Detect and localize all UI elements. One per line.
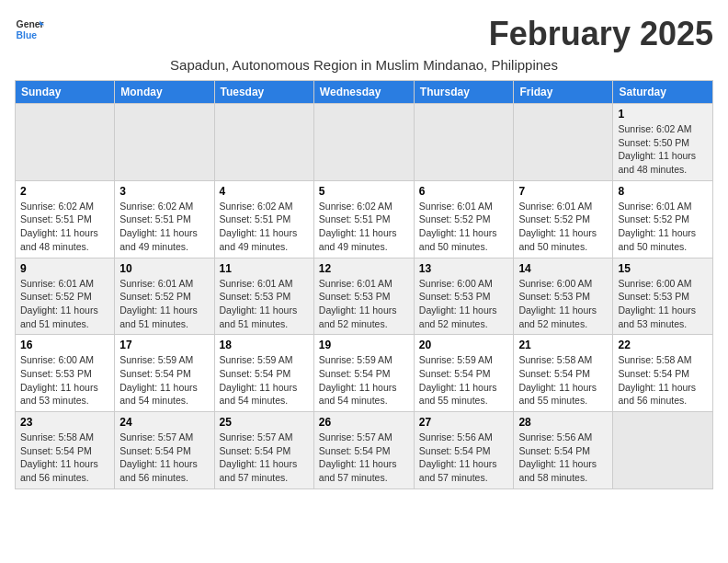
calendar-cell (514, 104, 613, 181)
day-info: Sunrise: 6:01 AM Sunset: 5:52 PM Dayligh… (119, 277, 209, 331)
calendar-cell: 17Sunrise: 5:59 AM Sunset: 5:54 PM Dayli… (115, 335, 214, 412)
calendar-cell (214, 104, 313, 181)
calendar-cell: 5Sunrise: 6:02 AM Sunset: 5:51 PM Daylig… (313, 180, 414, 258)
day-number: 2 (20, 185, 109, 198)
calendar-week-4: 23Sunrise: 5:58 AM Sunset: 5:54 PM Dayli… (16, 412, 713, 489)
day-info: Sunrise: 6:00 AM Sunset: 5:53 PM Dayligh… (618, 277, 708, 331)
calendar-cell: 15Sunrise: 6:00 AM Sunset: 5:53 PM Dayli… (613, 258, 713, 335)
day-info: Sunrise: 5:56 AM Sunset: 5:54 PM Dayligh… (419, 431, 509, 485)
day-number: 25 (220, 416, 309, 429)
day-info: Sunrise: 5:56 AM Sunset: 5:54 PM Dayligh… (518, 431, 608, 485)
day-number: 27 (419, 416, 509, 429)
logo-icon: General Blue (15, 15, 44, 44)
day-number: 14 (518, 262, 608, 275)
calendar-cell: 12Sunrise: 6:01 AM Sunset: 5:53 PM Dayli… (313, 258, 414, 335)
calendar-cell: 16Sunrise: 6:00 AM Sunset: 5:53 PM Dayli… (16, 335, 115, 412)
calendar-cell: 8Sunrise: 6:01 AM Sunset: 5:52 PM Daylig… (613, 180, 713, 258)
weekday-header-friday: Friday (514, 81, 613, 104)
weekday-header-saturday: Saturday (613, 81, 713, 104)
day-info: Sunrise: 5:57 AM Sunset: 5:54 PM Dayligh… (220, 431, 309, 485)
day-info: Sunrise: 6:00 AM Sunset: 5:53 PM Dayligh… (20, 353, 109, 408)
calendar-cell: 19Sunrise: 5:59 AM Sunset: 5:54 PM Dayli… (313, 335, 414, 412)
day-info: Sunrise: 6:00 AM Sunset: 5:53 PM Dayligh… (419, 277, 509, 331)
day-number: 10 (119, 262, 209, 275)
day-number: 9 (20, 262, 109, 275)
weekday-header-tuesday: Tuesday (214, 81, 313, 104)
day-number: 18 (220, 339, 309, 351)
calendar-cell: 20Sunrise: 5:59 AM Sunset: 5:54 PM Dayli… (414, 335, 514, 412)
calendar-cell: 23Sunrise: 5:58 AM Sunset: 5:54 PM Dayli… (16, 412, 115, 489)
calendar-cell (16, 104, 115, 181)
calendar-cell: 24Sunrise: 5:57 AM Sunset: 5:54 PM Dayli… (115, 412, 214, 489)
calendar-cell: 22Sunrise: 5:58 AM Sunset: 5:54 PM Dayli… (613, 335, 713, 412)
calendar-cell: 4Sunrise: 6:02 AM Sunset: 5:51 PM Daylig… (214, 180, 313, 258)
calendar-cell: 11Sunrise: 6:01 AM Sunset: 5:53 PM Dayli… (214, 258, 313, 335)
calendar-cell: 13Sunrise: 6:00 AM Sunset: 5:53 PM Dayli… (414, 258, 514, 335)
weekday-header-thursday: Thursday (414, 81, 514, 104)
day-number: 16 (20, 339, 109, 351)
day-number: 7 (518, 185, 608, 198)
day-number: 1 (618, 108, 708, 121)
day-info: Sunrise: 6:00 AM Sunset: 5:53 PM Dayligh… (518, 277, 608, 331)
calendar-cell: 21Sunrise: 5:58 AM Sunset: 5:54 PM Dayli… (514, 335, 613, 412)
day-info: Sunrise: 6:01 AM Sunset: 5:53 PM Dayligh… (319, 277, 409, 331)
svg-text:Blue: Blue (17, 30, 38, 40)
day-info: Sunrise: 6:01 AM Sunset: 5:52 PM Dayligh… (618, 200, 708, 254)
day-info: Sunrise: 5:59 AM Sunset: 5:54 PM Dayligh… (319, 353, 409, 408)
day-info: Sunrise: 6:02 AM Sunset: 5:50 PM Dayligh… (618, 122, 708, 177)
day-info: Sunrise: 5:57 AM Sunset: 5:54 PM Dayligh… (319, 431, 409, 485)
day-info: Sunrise: 6:02 AM Sunset: 5:51 PM Dayligh… (319, 200, 409, 254)
calendar-cell: 18Sunrise: 5:59 AM Sunset: 5:54 PM Dayli… (214, 335, 313, 412)
day-info: Sunrise: 5:59 AM Sunset: 5:54 PM Dayligh… (220, 353, 309, 408)
weekday-header-wednesday: Wednesday (313, 81, 414, 104)
calendar-cell: 14Sunrise: 6:00 AM Sunset: 5:53 PM Dayli… (514, 258, 613, 335)
day-number: 11 (220, 262, 309, 275)
calendar: SundayMondayTuesdayWednesdayThursdayFrid… (15, 80, 713, 489)
calendar-cell: 10Sunrise: 6:01 AM Sunset: 5:52 PM Dayli… (115, 258, 214, 335)
calendar-cell: 25Sunrise: 5:57 AM Sunset: 5:54 PM Dayli… (214, 412, 313, 489)
calendar-header-row: SundayMondayTuesdayWednesdayThursdayFrid… (16, 81, 713, 104)
calendar-week-0: 1Sunrise: 6:02 AM Sunset: 5:50 PM Daylig… (16, 104, 713, 181)
day-number: 23 (20, 416, 109, 429)
calendar-cell: 3Sunrise: 6:02 AM Sunset: 5:51 PM Daylig… (115, 180, 214, 258)
day-number: 8 (618, 185, 708, 198)
day-number: 17 (119, 339, 209, 351)
day-number: 13 (419, 262, 509, 275)
day-number: 20 (419, 339, 509, 351)
calendar-cell: 7Sunrise: 6:01 AM Sunset: 5:52 PM Daylig… (514, 180, 613, 258)
day-info: Sunrise: 6:01 AM Sunset: 5:52 PM Dayligh… (518, 200, 608, 254)
logo: General Blue (15, 15, 44, 44)
day-number: 12 (319, 262, 409, 275)
day-number: 24 (119, 416, 209, 429)
header: General Blue February 2025 (15, 15, 713, 53)
calendar-cell: 6Sunrise: 6:01 AM Sunset: 5:52 PM Daylig… (414, 180, 514, 258)
calendar-week-3: 16Sunrise: 6:00 AM Sunset: 5:53 PM Dayli… (16, 335, 713, 412)
day-info: Sunrise: 6:02 AM Sunset: 5:51 PM Dayligh… (119, 200, 209, 254)
day-info: Sunrise: 5:58 AM Sunset: 5:54 PM Dayligh… (20, 431, 109, 485)
day-info: Sunrise: 5:59 AM Sunset: 5:54 PM Dayligh… (419, 353, 509, 408)
day-number: 22 (618, 339, 708, 351)
calendar-week-2: 9Sunrise: 6:01 AM Sunset: 5:52 PM Daylig… (16, 258, 713, 335)
subtitle: Sapadun, Autonomous Region in Muslim Min… (15, 57, 713, 73)
weekday-header-sunday: Sunday (16, 81, 115, 104)
calendar-cell (613, 412, 713, 489)
weekday-header-monday: Monday (115, 81, 214, 104)
day-number: 26 (319, 416, 409, 429)
calendar-cell (313, 104, 414, 181)
day-info: Sunrise: 5:58 AM Sunset: 5:54 PM Dayligh… (518, 353, 608, 408)
day-number: 3 (119, 185, 209, 198)
day-info: Sunrise: 5:57 AM Sunset: 5:54 PM Dayligh… (119, 431, 209, 485)
day-info: Sunrise: 6:01 AM Sunset: 5:52 PM Dayligh… (419, 200, 509, 254)
day-info: Sunrise: 6:01 AM Sunset: 5:52 PM Dayligh… (20, 277, 109, 331)
day-info: Sunrise: 6:01 AM Sunset: 5:53 PM Dayligh… (220, 277, 309, 331)
calendar-cell (414, 104, 514, 181)
day-number: 5 (319, 185, 409, 198)
calendar-week-1: 2Sunrise: 6:02 AM Sunset: 5:51 PM Daylig… (16, 180, 713, 258)
calendar-cell: 26Sunrise: 5:57 AM Sunset: 5:54 PM Dayli… (313, 412, 414, 489)
day-info: Sunrise: 6:02 AM Sunset: 5:51 PM Dayligh… (20, 200, 109, 254)
day-info: Sunrise: 5:59 AM Sunset: 5:54 PM Dayligh… (119, 353, 209, 408)
calendar-cell: 28Sunrise: 5:56 AM Sunset: 5:54 PM Dayli… (514, 412, 613, 489)
day-info: Sunrise: 6:02 AM Sunset: 5:51 PM Dayligh… (220, 200, 309, 254)
day-info: Sunrise: 5:58 AM Sunset: 5:54 PM Dayligh… (618, 353, 708, 408)
calendar-cell: 2Sunrise: 6:02 AM Sunset: 5:51 PM Daylig… (16, 180, 115, 258)
